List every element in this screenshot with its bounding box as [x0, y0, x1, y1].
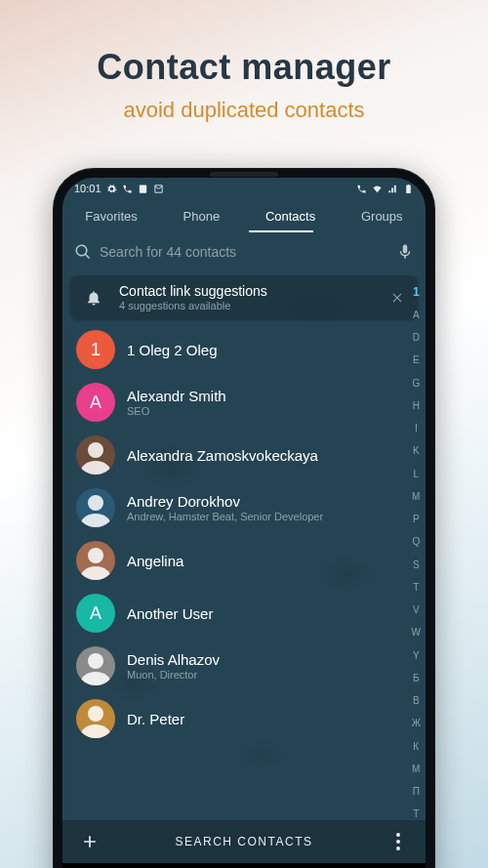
index-letter[interactable]: V — [411, 605, 422, 616]
tab-bar: FavoritesPhoneContactsGroups — [62, 199, 426, 232]
index-letter[interactable]: Y — [411, 650, 422, 661]
contact-icon — [138, 184, 148, 194]
tab-phone[interactable]: Phone — [178, 201, 226, 231]
promo-subtitle: avoid duplicated contacts — [0, 98, 488, 123]
index-letter[interactable]: Б — [411, 673, 422, 683]
mail-icon — [153, 184, 164, 194]
avatar-photo — [76, 541, 115, 580]
tab-contacts[interactable]: Contacts — [260, 201, 321, 231]
svg-point-1 — [88, 442, 103, 458]
alpha-index[interactable]: 1ADEGHIKLMPQSTVWYБВЖКМПТ — [410, 285, 423, 820]
contact-row[interactable]: Denis AlhazovMuon, Director — [62, 640, 426, 692]
more-button[interactable] — [381, 824, 416, 859]
contact-row[interactable]: Angelina — [62, 534, 426, 587]
svg-point-7 — [396, 840, 400, 844]
status-time: 10:01 — [74, 183, 102, 194]
close-icon[interactable] — [386, 287, 408, 309]
index-letter[interactable]: A — [411, 310, 422, 320]
search-icon — [74, 243, 92, 261]
index-letter[interactable]: 1 — [411, 285, 422, 298]
index-letter[interactable]: D — [411, 333, 422, 344]
promo-title: Contact manager — [0, 47, 488, 88]
avatar-letter: A — [76, 383, 115, 422]
index-letter[interactable]: P — [411, 515, 422, 525]
svg-point-4 — [88, 653, 103, 669]
search-contacts-button[interactable]: SEARCH CONTACTS — [62, 835, 426, 848]
call-status-icon — [356, 184, 367, 194]
avatar-photo — [76, 699, 115, 738]
contact-row[interactable]: Andrey DorokhovAndrew, Hamster Beat, Sen… — [62, 481, 426, 534]
index-letter[interactable]: S — [411, 559, 422, 570]
svg-point-8 — [396, 847, 400, 850]
contact-subtitle: SEO — [127, 405, 412, 417]
add-contact-button[interactable] — [72, 824, 107, 859]
svg-point-6 — [396, 833, 400, 837]
index-letter[interactable]: W — [410, 628, 423, 639]
search-input[interactable] — [100, 244, 388, 260]
index-letter[interactable]: I — [413, 424, 420, 434]
contact-row[interactable]: 11 Oleg 2 Oleg — [62, 323, 426, 376]
contact-name: Another User — [127, 605, 412, 622]
contact-row[interactable]: Alexandra Zamoskvokeckaya — [62, 429, 426, 481]
contact-name: Denis Alhazov — [127, 651, 412, 668]
index-letter[interactable]: M — [410, 491, 422, 502]
link-suggestions-card[interactable]: Contact link suggestions 4 suggestions a… — [70, 275, 418, 319]
contact-row[interactable]: Dr. Peter — [62, 692, 426, 745]
contact-name: Alexandra Zamoskvokeckaya — [127, 447, 412, 464]
app-screen: 10:01 FavoritesPhoneContactsGroups — [62, 178, 426, 868]
contact-subtitle: Andrew, Hamster Beat, Senior Developer — [127, 511, 412, 522]
gear-icon — [106, 184, 117, 194]
contact-name: Andrey Dorokhov — [127, 493, 412, 510]
suggestion-title: Contact link suggestions — [119, 283, 375, 299]
avatar-letter: A — [76, 594, 115, 633]
battery-icon — [403, 184, 414, 194]
phone-frame: 10:01 FavoritesPhoneContactsGroups — [53, 168, 435, 868]
avatar-photo — [76, 488, 115, 527]
tab-favorites[interactable]: Favorites — [79, 201, 142, 231]
contact-subtitle: Muon, Director — [127, 669, 412, 681]
index-letter[interactable]: Т — [411, 809, 421, 820]
index-letter[interactable]: Ж — [410, 719, 423, 729]
wifi-icon — [372, 184, 383, 194]
contact-name: Angelina — [127, 553, 412, 569]
bell-icon — [80, 284, 107, 311]
index-letter[interactable]: L — [411, 469, 421, 479]
contact-row[interactable]: AAlexandr SmithSEO — [62, 376, 426, 429]
index-letter[interactable]: E — [411, 355, 422, 366]
mic-icon[interactable] — [396, 243, 414, 261]
search-row — [62, 232, 426, 271]
suggestion-subtitle: 4 suggestions available — [119, 300, 375, 311]
phone-icon — [122, 184, 133, 194]
avatar-letter: 1 — [76, 330, 115, 369]
contact-name: Dr. Peter — [127, 711, 412, 727]
avatar-photo — [76, 646, 115, 685]
svg-point-2 — [88, 495, 103, 511]
avatar-photo — [76, 435, 115, 475]
index-letter[interactable]: В — [411, 696, 422, 707]
svg-point-5 — [88, 706, 103, 722]
index-letter[interactable]: K — [411, 446, 422, 457]
index-letter[interactable]: H — [411, 400, 422, 411]
status-bar: 10:01 — [62, 178, 426, 199]
android-nav-bar — [62, 863, 426, 868]
contact-name: 1 Oleg 2 Oleg — [127, 342, 412, 358]
contact-row[interactable]: AAnother User — [62, 587, 426, 640]
tab-underline — [249, 230, 313, 232]
signal-icon — [387, 184, 398, 194]
svg-point-3 — [88, 548, 103, 563]
tab-groups[interactable]: Groups — [355, 201, 409, 231]
index-letter[interactable]: Q — [410, 537, 422, 548]
index-letter[interactable]: М — [410, 764, 422, 774]
svg-rect-0 — [139, 185, 145, 192]
bottom-action-bar: SEARCH CONTACTS — [62, 820, 426, 863]
index-letter[interactable]: T — [411, 582, 421, 593]
index-letter[interactable]: П — [411, 787, 422, 798]
contact-list[interactable]: 11 Oleg 2 OlegAAlexandr SmithSEOAlexandr… — [62, 323, 426, 820]
index-letter[interactable]: G — [410, 378, 422, 389]
index-letter[interactable]: К — [411, 741, 421, 752]
contact-name: Alexandr Smith — [127, 388, 412, 404]
